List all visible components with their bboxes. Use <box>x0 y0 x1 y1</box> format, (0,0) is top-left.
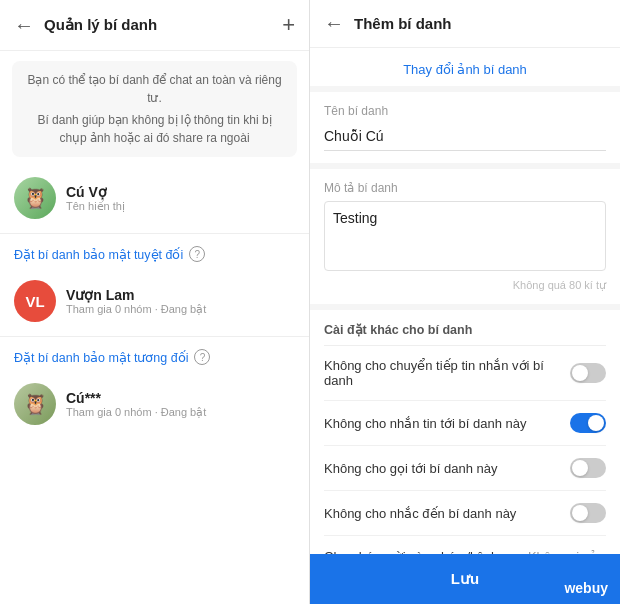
info-text-sub: Bí danh giúp bạn không bị lộ thông tin k… <box>24 111 285 147</box>
alias-name: Cú Vợ <box>66 184 125 200</box>
change-avatar-button[interactable]: Thay đổi ảnh bí danh <box>403 62 527 77</box>
right-panel: ← Thêm bí danh Thay đổi ảnh bí danh Tên … <box>310 0 620 604</box>
name-input[interactable] <box>324 124 606 151</box>
left-panel-title: Quản lý bí danh <box>44 16 272 34</box>
toggle-2[interactable] <box>570 458 606 478</box>
alias-info: Cú Vợ Tên hiển thị <box>66 184 125 213</box>
divider <box>0 233 309 234</box>
save-bar: Lưu webuy <box>310 554 620 604</box>
setting-row-3: Không cho nhắc đến bí danh này <box>324 491 606 536</box>
back-button-right[interactable]: ← <box>324 12 344 35</box>
desc-label: Mô tả bí danh <box>324 181 606 195</box>
help-button-2[interactable]: ? <box>194 349 210 365</box>
add-alias-button[interactable]: + <box>282 12 295 38</box>
avatar: VL <box>14 280 56 322</box>
left-panel: ← Quản lý bí danh + Bạn có thể tạo bí da… <box>0 0 310 604</box>
setting-label-2: Không cho gọi tới bí danh này <box>324 461 570 476</box>
right-panel-title: Thêm bí danh <box>354 15 606 32</box>
left-header: ← Quản lý bí danh + <box>0 0 309 51</box>
help-button-1[interactable]: ? <box>189 246 205 262</box>
setting-label-0: Không cho chuyển tiếp tin nhắn với bí da… <box>324 358 570 388</box>
alias-sub: Tên hiển thị <box>66 200 125 213</box>
alias-sub: Tham gia 0 nhóm · Đang bật <box>66 303 206 316</box>
info-text-main: Bạn có thể tạo bí danh để chat an toàn v… <box>24 71 285 107</box>
section-label-row-2: Đặt bí danh bảo mật tương đối ? <box>0 341 309 373</box>
list-item[interactable]: 🦉 Cú Vợ Tên hiển thị <box>0 167 309 229</box>
name-label: Tên bí danh <box>324 104 606 118</box>
toggle-3[interactable] <box>570 503 606 523</box>
avatar: 🦉 <box>14 383 56 425</box>
list-item[interactable]: VL Vượn Lam Tham gia 0 nhóm · Đang bật <box>0 270 309 332</box>
alias-name: Vượn Lam <box>66 287 206 303</box>
desc-section: Mô tả bí danh Testing Không quá 80 kí tự <box>310 169 620 304</box>
right-header: ← Thêm bí danh <box>310 0 620 48</box>
change-avatar-section: Thay đổi ảnh bí danh <box>310 48 620 86</box>
settings-section: Cài đặt khác cho bí danh Không cho chuyể… <box>310 310 620 577</box>
alias-info: Vượn Lam Tham gia 0 nhóm · Đang bật <box>66 287 206 316</box>
toggle-knob-1 <box>588 415 604 431</box>
webuy-logo: webuy <box>564 580 608 596</box>
name-section: Tên bí danh <box>310 92 620 163</box>
section-label-row-1: Đặt bí danh bảo mật tuyệt đối ? <box>0 238 309 270</box>
setting-label-3: Không cho nhắc đến bí danh này <box>324 506 570 521</box>
back-button-left[interactable]: ← <box>14 14 34 37</box>
info-box: Bạn có thể tạo bí danh để chat an toàn v… <box>12 61 297 157</box>
toggle-0[interactable] <box>570 363 606 383</box>
setting-row-0: Không cho chuyển tiếp tin nhắn với bí da… <box>324 346 606 401</box>
toggle-1[interactable] <box>570 413 606 433</box>
toggle-knob-2 <box>572 460 588 476</box>
desc-input[interactable]: Testing <box>324 201 606 271</box>
divider <box>0 336 309 337</box>
save-button[interactable]: Lưu <box>451 570 479 588</box>
setting-row-1: Không cho nhắn tin tới bí danh này <box>324 401 606 446</box>
alias-sub: Tham gia 0 nhóm · Đang bật <box>66 406 206 419</box>
alias-name: Cú*** <box>66 390 206 406</box>
char-limit-text: Không quá 80 kí tự <box>324 279 606 292</box>
right-content: Thay đổi ảnh bí danh Tên bí danh Mô tả b… <box>310 48 620 604</box>
section-label-1: Đặt bí danh bảo mật tuyệt đối <box>14 247 183 262</box>
alias-info: Cú*** Tham gia 0 nhóm · Đang bật <box>66 390 206 419</box>
settings-title: Cài đặt khác cho bí danh <box>324 310 606 346</box>
toggle-knob-3 <box>572 505 588 521</box>
setting-row-2: Không cho gọi tới bí danh này <box>324 446 606 491</box>
list-item[interactable]: 🦉 Cú*** Tham gia 0 nhóm · Đang bật <box>0 373 309 435</box>
toggle-knob-0 <box>572 365 588 381</box>
section-label-2: Đặt bí danh bảo mật tương đối <box>14 350 188 365</box>
avatar: 🦉 <box>14 177 56 219</box>
setting-label-1: Không cho nhắn tin tới bí danh này <box>324 416 570 431</box>
